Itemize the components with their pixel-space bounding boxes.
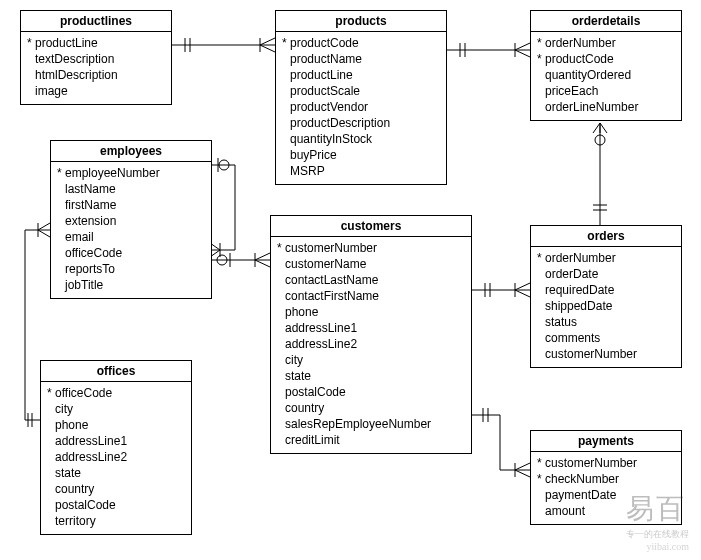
field-name: productScale [290,83,360,99]
pk-marker [537,314,545,330]
field-row: officeCode [57,245,205,261]
field-row: image [27,83,165,99]
svg-line-23 [515,283,530,290]
pk-marker: * [27,35,35,51]
field-row: orderLineNumber [537,99,675,115]
entity-title: products [276,11,446,32]
entity-fields: *customerNumbercustomerNamecontactLastNa… [271,237,471,453]
field-row: comments [537,330,675,346]
field-name: addressLine2 [285,336,357,352]
field-name: buyPrice [290,147,337,163]
field-row: addressLine1 [47,433,185,449]
field-row: city [277,352,465,368]
entity-title: orderdetails [531,11,681,32]
field-name: customerNumber [545,455,637,471]
field-row: jobTitle [57,277,205,293]
watermark-tagline: 专一的在线教程 [626,528,689,541]
pk-marker [537,330,545,346]
field-name: textDescription [35,51,114,67]
pk-marker [282,67,290,83]
pk-marker: * [537,51,545,67]
pk-marker [277,384,285,400]
field-row: salesRepEmployeeNumber [277,416,465,432]
field-name: lastName [65,181,116,197]
field-name: officeCode [65,245,122,261]
entity-offices: offices*officeCodecityphoneaddressLine1a… [40,360,192,535]
field-row: lastName [57,181,205,197]
pk-marker [57,229,65,245]
pk-marker [277,320,285,336]
field-name: productLine [35,35,98,51]
entity-title: offices [41,361,191,382]
entity-employees: employees*employeeNumberlastNamefirstNam… [50,140,212,299]
field-name: addressLine1 [285,320,357,336]
pk-marker [47,401,55,417]
field-name: country [55,481,94,497]
entity-fields: *officeCodecityphoneaddressLine1addressL… [41,382,191,534]
svg-point-15 [595,135,605,145]
field-row: addressLine2 [277,336,465,352]
svg-point-31 [217,255,227,265]
svg-line-44 [38,223,50,230]
svg-line-11 [515,50,530,57]
field-row: *employeeNumber [57,165,205,181]
field-row: orderDate [537,266,675,282]
field-row: firstName [57,197,205,213]
field-row: htmlDescription [27,67,165,83]
pk-marker [47,465,55,481]
pk-marker [57,181,65,197]
field-name: checkNumber [545,471,619,487]
pk-marker [537,83,545,99]
field-name: quantityOrdered [545,67,631,83]
pk-marker [277,256,285,272]
field-row: phone [277,304,465,320]
field-name: orderDate [545,266,598,282]
svg-line-29 [515,470,530,477]
field-name: country [285,400,324,416]
field-row: *orderNumber [537,250,675,266]
field-name: shippedDate [545,298,612,314]
field-name: productDescription [290,115,390,131]
field-name: productVendor [290,99,368,115]
field-row: quantityOrdered [537,67,675,83]
field-row: phone [47,417,185,433]
pk-marker [27,51,35,67]
field-name: officeCode [55,385,112,401]
pk-marker [27,83,35,99]
pk-marker [277,272,285,288]
pk-marker [277,352,285,368]
svg-line-5 [260,45,275,52]
svg-line-35 [255,260,270,267]
field-name: extension [65,213,116,229]
field-row: quantityInStock [282,131,440,147]
pk-marker [47,481,55,497]
pk-marker [277,336,285,352]
rel-employees-self [210,158,235,257]
field-row: requiredDate [537,282,675,298]
field-name: contactFirstName [285,288,379,304]
field-name: image [35,83,68,99]
field-name: comments [545,330,600,346]
pk-marker [57,197,65,213]
field-row: paymentDate [537,487,675,503]
field-row: productScale [282,83,440,99]
field-row: *officeCode [47,385,185,401]
pk-marker [277,304,285,320]
pk-marker [537,346,545,362]
field-name: state [55,465,81,481]
pk-marker [537,298,545,314]
pk-marker [277,288,285,304]
pk-marker [47,513,55,529]
field-row: territory [47,513,185,529]
field-row: status [537,314,675,330]
pk-marker [277,416,285,432]
svg-line-4 [260,38,275,45]
field-name: phone [285,304,318,320]
field-name: addressLine1 [55,433,127,449]
pk-marker [537,487,545,503]
pk-marker [47,449,55,465]
pk-marker: * [537,471,545,487]
pk-marker [27,67,35,83]
field-row: country [277,400,465,416]
entity-title: orders [531,226,681,247]
